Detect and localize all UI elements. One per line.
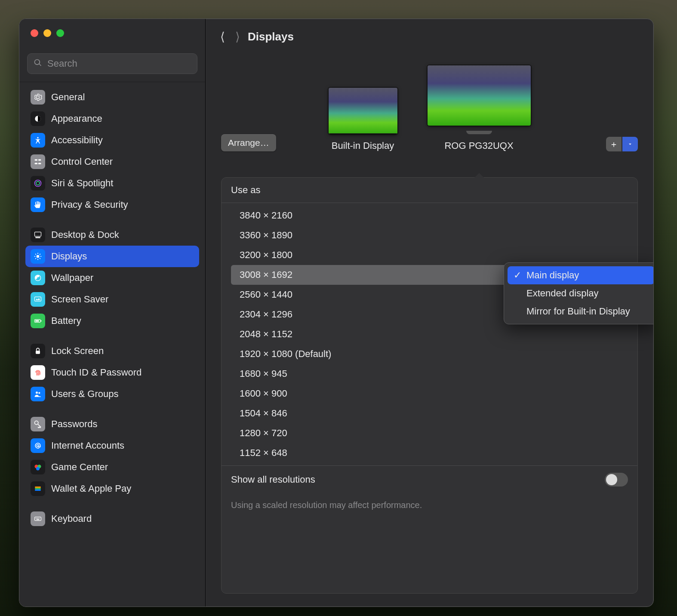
sidebar-item-passwords[interactable]: Passwords bbox=[25, 413, 199, 435]
displays-icon bbox=[31, 249, 45, 264]
svg-rect-28 bbox=[36, 518, 37, 519]
sidebar-item-label: Siri & Spotlight bbox=[51, 178, 113, 189]
sidebar-item-lock-screen[interactable]: Lock Screen bbox=[25, 340, 199, 362]
sidebar-item-accessibility[interactable]: Accessibility bbox=[25, 129, 199, 151]
svg-rect-16 bbox=[36, 351, 40, 354]
svg-rect-15 bbox=[35, 320, 39, 321]
svg-rect-25 bbox=[35, 488, 40, 489]
sidebar: GeneralAppearanceAccessibilityControl Ce… bbox=[19, 19, 206, 607]
monitor-stand bbox=[466, 131, 492, 134]
use-as-option[interactable]: Extended display bbox=[508, 284, 653, 302]
sidebar-item-wallpaper[interactable]: Wallpaper bbox=[25, 267, 199, 289]
search-input[interactable] bbox=[46, 58, 191, 70]
sidebar-item-label: Passwords bbox=[51, 419, 98, 430]
svg-rect-14 bbox=[41, 320, 42, 321]
svg-rect-4 bbox=[35, 163, 38, 164]
forward-button[interactable]: ⟩ bbox=[235, 30, 240, 44]
use-as-option-label: Main display bbox=[526, 270, 579, 281]
content-inner: Arrange… Built-in Display ROG PG32UQX ＋ bbox=[206, 52, 653, 607]
screensaver-icon bbox=[31, 292, 45, 307]
sidebar-item-general[interactable]: General bbox=[25, 86, 199, 108]
add-display-button[interactable]: ＋ bbox=[606, 137, 622, 151]
sidebar-item-label: Screen Saver bbox=[51, 294, 108, 305]
sidebar-item-siri-spotlight[interactable]: Siri & Spotlight bbox=[25, 172, 199, 194]
battery-icon bbox=[31, 314, 45, 328]
sidebar-item-desktop-dock[interactable]: Desktop & Dock bbox=[25, 224, 199, 246]
nav-arrows: ⟨ ⟩ bbox=[220, 30, 240, 44]
resolution-option[interactable]: 1152 × 648 bbox=[231, 443, 628, 463]
gamecenter-icon bbox=[31, 460, 45, 474]
use-as-label: Use as bbox=[231, 185, 260, 196]
plus-icon: ＋ bbox=[609, 139, 618, 150]
resolution-option[interactable]: 1280 × 720 bbox=[231, 423, 628, 443]
zoom-button[interactable] bbox=[56, 29, 64, 37]
svg-rect-8 bbox=[35, 232, 41, 236]
gear-icon bbox=[31, 90, 45, 105]
resolution-option[interactable]: 3840 × 2160 bbox=[231, 206, 628, 225]
sidebar-item-label: Accessibility bbox=[51, 135, 103, 146]
key-icon bbox=[31, 417, 45, 431]
sidebar-item-displays[interactable]: Displays bbox=[25, 246, 199, 267]
sidebar-item-label: Game Center bbox=[51, 462, 108, 473]
sidebar-item-label: Keyboard bbox=[51, 513, 92, 524]
sidebar-item-users-groups[interactable]: Users & Groups bbox=[25, 383, 199, 405]
sidebar-item-label: Control Center bbox=[51, 156, 113, 167]
resolution-list: 3840 × 21603360 × 18903200 × 18003008 × … bbox=[222, 203, 637, 465]
add-display-menu-button[interactable] bbox=[622, 137, 638, 151]
sidebar-item-label: Users & Groups bbox=[51, 388, 119, 400]
close-button[interactable] bbox=[31, 29, 38, 37]
search-field[interactable] bbox=[27, 53, 197, 74]
show-all-label: Show all resolutions bbox=[231, 474, 315, 485]
svg-rect-26 bbox=[35, 490, 40, 491]
sidebar-item-privacy-security[interactable]: Privacy & Security bbox=[25, 194, 199, 216]
sidebar-item-label: Privacy & Security bbox=[51, 199, 128, 210]
display-label: Built-in Display bbox=[332, 140, 394, 151]
sidebar-item-keyboard[interactable]: Keyboard bbox=[25, 508, 199, 530]
use-as-option-label: Extended display bbox=[526, 288, 599, 299]
sidebar-item-label: Internet Accounts bbox=[51, 440, 124, 451]
sidebar-item-appearance[interactable]: Appearance bbox=[25, 108, 199, 129]
sidebar-item-screen-saver[interactable]: Screen Saver bbox=[25, 289, 199, 310]
header: ⟨ ⟩ Displays bbox=[206, 19, 653, 52]
use-as-option[interactable]: Mirror for Built-in Display bbox=[508, 302, 653, 320]
use-as-option[interactable]: ✓Main display bbox=[508, 266, 653, 284]
sidebar-item-touch-id-password[interactable]: Touch ID & Password bbox=[25, 362, 199, 383]
sidebar-item-label: Touch ID & Password bbox=[51, 367, 142, 378]
back-button[interactable]: ⟨ bbox=[220, 30, 225, 44]
sidebar-item-control-center[interactable]: Control Center bbox=[25, 151, 199, 172]
sidebar-item-internet-accounts[interactable]: Internet Accounts bbox=[25, 435, 199, 456]
appearance-icon bbox=[31, 111, 45, 126]
display-external[interactable]: ROG PG32UQX bbox=[428, 65, 531, 151]
check-icon: ✓ bbox=[514, 270, 522, 281]
display-label: ROG PG32UQX bbox=[444, 140, 513, 151]
chevron-down-icon bbox=[627, 139, 633, 149]
resolution-footer-note: Using a scaled resolution may affect per… bbox=[222, 493, 637, 520]
svg-rect-29 bbox=[37, 518, 38, 519]
resolution-option[interactable]: 1680 × 945 bbox=[231, 364, 628, 384]
wallpaper-icon bbox=[31, 271, 45, 285]
page-title: Displays bbox=[248, 30, 294, 43]
sidebar-item-game-center[interactable]: Game Center bbox=[25, 456, 199, 478]
svg-point-19 bbox=[35, 421, 38, 425]
control-center-icon bbox=[31, 154, 45, 169]
minimize-button[interactable] bbox=[43, 29, 51, 37]
resolution-option[interactable]: 3360 × 1890 bbox=[231, 225, 628, 245]
resolution-option[interactable]: 1504 × 846 bbox=[231, 403, 628, 423]
show-all-toggle[interactable] bbox=[605, 473, 628, 487]
resolution-option[interactable]: 2048 × 1152 bbox=[231, 324, 628, 344]
arrange-button[interactable]: Arrange… bbox=[221, 134, 276, 151]
sidebar-item-battery[interactable]: Battery bbox=[25, 310, 199, 332]
at-icon bbox=[31, 438, 45, 453]
keyboard-icon bbox=[31, 511, 45, 526]
display-settings-panel: Use as 3840 × 21603360 × 18903200 × 1800… bbox=[221, 177, 638, 594]
sidebar-item-wallet-apple-pay[interactable]: Wallet & Apple Pay bbox=[25, 478, 199, 499]
svg-point-17 bbox=[36, 391, 38, 394]
show-all-resolutions-row: Show all resolutions bbox=[222, 465, 637, 493]
display-builtin[interactable]: Built-in Display bbox=[329, 88, 397, 151]
svg-rect-2 bbox=[35, 159, 38, 160]
use-as-row[interactable]: Use as bbox=[222, 178, 637, 203]
siri-icon bbox=[31, 176, 45, 191]
resolution-option[interactable]: 1600 × 900 bbox=[231, 384, 628, 403]
resolution-option[interactable]: 1920 × 1080 (Default) bbox=[231, 344, 628, 364]
svg-point-1 bbox=[37, 137, 38, 139]
